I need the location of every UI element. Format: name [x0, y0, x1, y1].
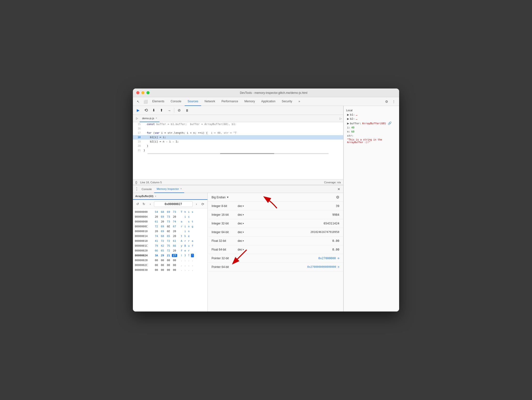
status-brace: {}	[135, 181, 137, 184]
integer-8bit-label: Integer 8-bit	[212, 204, 236, 208]
endian-selector[interactable]: Big Endian ▼	[212, 196, 229, 199]
red-arrow-top	[260, 195, 279, 209]
cursor-position: Line 18, Column 5	[140, 181, 162, 184]
step-over-button[interactable]: ⟲	[143, 107, 149, 114]
code-line-18: 18 b1[i] = i;	[133, 135, 343, 140]
step-out-button[interactable]: ⬆	[158, 107, 165, 114]
undo-nav[interactable]: ↺	[135, 201, 140, 207]
memory-inspector: ArrayBuffer(60) × ↺ ↻ ‹ › ⟳	[133, 193, 343, 311]
resume-button[interactable]: ▶	[135, 107, 142, 114]
next-address[interactable]: ›	[194, 201, 199, 207]
hex-row: 00000014 74 68 65 20 t h	[133, 234, 207, 238]
tab-console[interactable]: Console	[168, 97, 184, 106]
float-32bit-label: Float 32-bit	[212, 239, 236, 243]
source-nav-icon[interactable]: ▷	[134, 115, 140, 122]
integer-8bit-type[interactable]: dec ▾	[238, 204, 244, 208]
deactivate-breakpoints[interactable]: ⊘	[176, 107, 182, 114]
tab-security[interactable]: Security	[279, 97, 295, 106]
integer-16bit-type[interactable]: dec ▾	[238, 213, 244, 216]
tab-console-bottom[interactable]: Console	[139, 185, 154, 193]
integer-8bit-value: 39	[336, 204, 339, 208]
integer-32bit-label: Integer 32-bit	[212, 222, 236, 225]
code-line-20: 20 }	[133, 144, 343, 148]
integer-64bit-type[interactable]: dec ▾	[238, 230, 244, 234]
hex-row: 00000020 66 65 72 20 f e	[133, 248, 207, 253]
integer-32bit-type[interactable]: dec ▾	[238, 222, 244, 225]
integer-64bit-value: 281024616747918950	[311, 230, 339, 234]
tab-network[interactable]: Network	[202, 97, 218, 106]
source-run-icon[interactable]: ▷	[340, 117, 342, 120]
tab-application[interactable]: Application	[258, 97, 278, 106]
refresh-button[interactable]: ⟳	[200, 201, 205, 207]
devtools-tab-bar: ↖ ⬜ Elements Console Sources Network Per…	[133, 97, 399, 106]
float32-dropdown-icon: ▾	[243, 240, 244, 242]
bottom-tab-bar: ⋮ Console Memory Inspector × ✕	[133, 185, 343, 193]
code-line-21: 21 }	[133, 148, 343, 153]
code-line-16: 16	[133, 126, 343, 131]
device-icon[interactable]: ⬜	[142, 98, 149, 105]
int16-dropdown-icon: ▾	[243, 214, 244, 216]
tab-memory-inspector[interactable]: Memory Inspector ×	[154, 185, 184, 193]
source-tab-close[interactable]: ×	[156, 117, 157, 119]
devtools-window: DevTools - memory-inspector.glitch.me/de…	[133, 89, 399, 311]
source-tab-bar: ▷ demo-js.js × ▷	[133, 115, 343, 122]
memory-inspector-tab-close[interactable]: ×	[180, 187, 182, 190]
interpreter-header: Big Endian ▼	[208, 193, 343, 202]
tab-memory[interactable]: Memory	[242, 97, 258, 106]
more-tabs[interactable]: »	[296, 97, 303, 106]
float-64bit-label: Float 64-bit	[212, 248, 236, 251]
debug-b1: ▶ b1: …	[346, 113, 397, 117]
left-panel: ▶ ⟲ ⬇ ⬆ → ⊘ ⏸ ▷ demo-js.js × ▷	[133, 106, 343, 311]
redo-nav[interactable]: ↻	[141, 201, 146, 207]
bottom-panel-dots[interactable]: ⋮	[134, 187, 139, 192]
bottom-panel: ⋮ Console Memory Inspector × ✕	[133, 185, 343, 311]
more-options-icon[interactable]: ⋮	[390, 98, 397, 105]
bottom-panel-close[interactable]: ✕	[336, 186, 342, 192]
memory-nav: ↺ ↻ ‹ › ⟳	[133, 200, 207, 208]
integer-32bit-row: Integer 32-bit dec ▾ 654311424	[208, 219, 343, 228]
minimize-button[interactable]	[141, 91, 144, 94]
titlebar: DevTools - memory-inspector.glitch.me/de…	[133, 89, 399, 97]
debug-i: i: 40	[346, 126, 397, 130]
code-line-15: 15 const buffer = b1.buffer; buffer = Ar…	[133, 122, 343, 126]
buffer-label: ArrayBuffer(60)	[135, 195, 153, 198]
hex-row: 00000018 41 72 72 61 A r	[133, 238, 207, 243]
close-button[interactable]	[136, 91, 139, 94]
source-filename: demo-js.js	[142, 117, 154, 120]
hex-view: ArrayBuffer(60) × ↺ ↻ ‹ › ⟳	[133, 193, 208, 311]
maximize-button[interactable]	[146, 91, 150, 94]
pointer-64bit-value[interactable]: 0x2700000000000000 ⊙	[307, 265, 339, 268]
endian-dropdown-icon: ▼	[227, 196, 229, 199]
step-into-button[interactable]: ⬇	[150, 107, 157, 114]
buffer-tab[interactable]: ArrayBuffer(60) ×	[133, 193, 207, 200]
settings-icon[interactable]: ⚙	[383, 98, 390, 105]
debug-n: n: 60	[346, 130, 397, 134]
step-button[interactable]: →	[166, 107, 173, 114]
hex-row-selected: 00000024 3A 29 21 27 : )	[133, 253, 207, 258]
hex-row: 0000000C 72 69 6E 67 r i	[133, 224, 207, 229]
cursor-icon[interactable]: ↖	[135, 98, 142, 105]
buffer-tab-close[interactable]: ×	[155, 195, 156, 198]
tab-performance[interactable]: Performance	[219, 97, 241, 106]
debug-b2: ▶ b2: …	[346, 117, 397, 121]
pointer-32bit-value[interactable]: 0x27000000 ⊙	[318, 257, 339, 260]
pause-on-exceptions[interactable]: ⏸	[183, 107, 190, 114]
main-body: ▶ ⟲ ⬇ ⬆ → ⊘ ⏸ ▷ demo-js.js × ▷	[133, 106, 399, 311]
interpreter-panel: Big Endian ▼	[208, 193, 343, 311]
float64-dropdown-icon: ▾	[243, 248, 244, 251]
prev-address[interactable]: ‹	[148, 201, 153, 207]
debug-toolbar: ▶ ⟲ ⬇ ⬆ → ⊘ ⏸	[133, 106, 343, 115]
integer-64bit-row: Integer 64-bit dec ▾ 281024616747918950	[208, 228, 343, 237]
debug-panel: Local ▶ b1: … ▶ b2: … ▶ buffer: ArrayBuf…	[343, 106, 399, 311]
address-input[interactable]	[154, 201, 193, 207]
source-file-tab[interactable]: demo-js.js ×	[140, 115, 160, 122]
float-64bit-row: Float 64-bit dec ▾ 0.00	[208, 245, 343, 254]
float-64bit-type[interactable]: dec ▾	[238, 248, 244, 251]
code-line-17: 17 for (var i = str.length; i < n; ++i) …	[133, 131, 343, 135]
float-32bit-type[interactable]: dec ▾	[238, 239, 244, 243]
tab-elements[interactable]: Elements	[149, 97, 167, 106]
tab-sources[interactable]: Sources	[185, 97, 201, 106]
hex-row: 00000010 20 69 6E 20 i	[133, 229, 207, 234]
status-bar: {} Line 18, Column 5 Coverage: n/a	[133, 179, 343, 185]
interpreter-settings[interactable]: ⚙	[336, 195, 339, 200]
